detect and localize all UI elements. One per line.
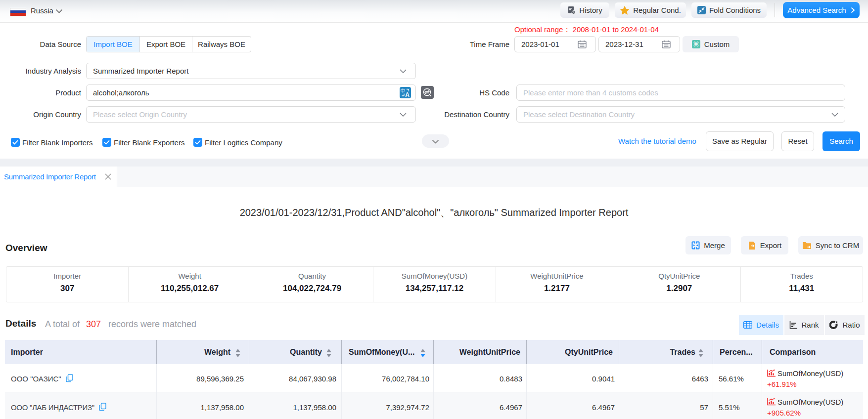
svg-text:A: A	[405, 91, 410, 98]
svg-text:⌘: ⌘	[693, 41, 699, 48]
